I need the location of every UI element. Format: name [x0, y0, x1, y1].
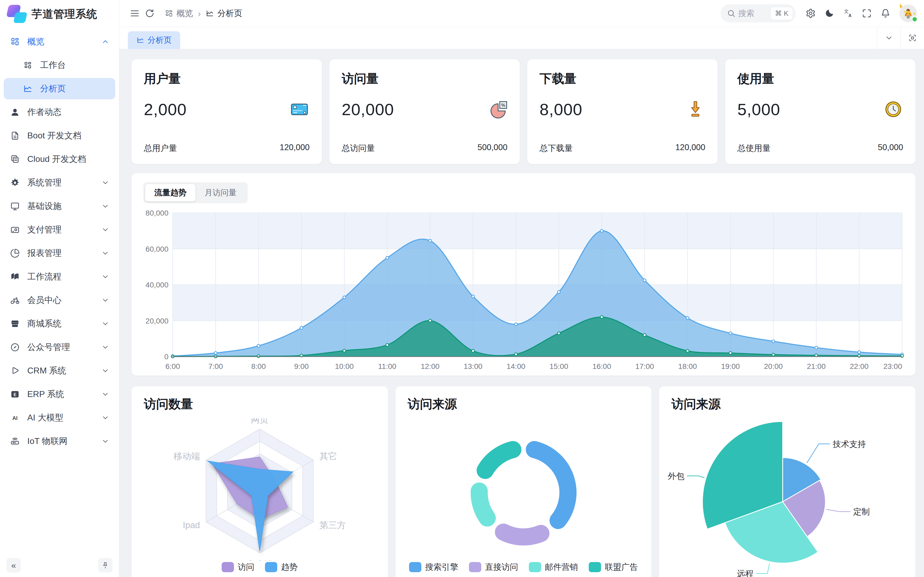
- sidebar-item-label: Boot 开发文档: [27, 130, 109, 142]
- stat-value: 5,000: [737, 100, 780, 119]
- sidebar-item-label: ERP 系统: [27, 388, 101, 400]
- sidebar-item-12[interactable]: 商城系统: [4, 313, 115, 334]
- download-orange-icon: [685, 99, 705, 119]
- sidebar-item-15[interactable]: EERP 系统: [4, 384, 115, 405]
- sidebar-item-11[interactable]: 会员中心: [4, 290, 115, 311]
- rose-label-技术支持: 技术支持: [833, 440, 866, 449]
- notifications-button[interactable]: [878, 6, 893, 21]
- app-logo[interactable]: 芋道管理系统: [0, 0, 119, 28]
- sidebar-item-14[interactable]: CRM 系统: [4, 360, 115, 382]
- donut-slice-邮件营销[interactable]: [479, 491, 487, 518]
- traffic-tab-1[interactable]: 月访问量: [195, 184, 246, 201]
- refresh-button[interactable]: [142, 6, 157, 21]
- search-box[interactable]: ⌘ K: [720, 4, 796, 23]
- sidebar-item-3[interactable]: 作者动态: [4, 102, 115, 123]
- tab-analysis-page[interactable]: 分析页: [128, 31, 180, 49]
- app-title: 芋道管理系统: [32, 7, 97, 21]
- donut-legend-item-2[interactable]: 邮件营销: [529, 561, 578, 573]
- radar-legend-item-1[interactable]: 趋势: [265, 561, 297, 573]
- donut-legend-item-1[interactable]: 直接访问: [469, 561, 518, 573]
- stat-card-2: 下载量8,000总下载量120,000: [527, 59, 717, 164]
- traffic-trend-chart[interactable]: 020,00040,00060,00080,0006:007:008:009:0…: [143, 209, 904, 380]
- donut-slice-直接访问[interactable]: [504, 532, 541, 537]
- svg-text:客户端: 客户端: [247, 559, 273, 561]
- traffic-tab-0[interactable]: 流量趋势: [145, 184, 195, 201]
- theme-toggle-button[interactable]: [822, 6, 837, 21]
- donut-slice-搜索引擎[interactable]: [534, 450, 568, 521]
- stat-value: 8,000: [540, 100, 582, 119]
- svg-text:文: 文: [844, 8, 849, 14]
- svg-text:9:00: 9:00: [294, 362, 309, 371]
- menu-toggle-button[interactable]: [127, 6, 142, 21]
- visit-source-rose-chart[interactable]: 技术支持定制远程外包: [659, 418, 916, 577]
- sidebar-item-8[interactable]: 支付管理: [4, 219, 115, 240]
- radar-legend: 访问趋势: [132, 561, 388, 573]
- sidebar-pin-button[interactable]: [98, 558, 113, 572]
- breadcrumb-separator: ›: [198, 8, 201, 19]
- sidebar-item-9[interactable]: 报表管理: [4, 243, 115, 264]
- sidebar-item-label: 基础设施: [27, 200, 101, 212]
- sidebar-item-6[interactable]: 系统管理: [4, 172, 115, 193]
- search-shortcut-badge: ⌘ K: [770, 7, 793, 20]
- fullscreen-button[interactable]: [859, 6, 874, 21]
- card-title: 访问来源: [396, 396, 652, 413]
- card-title: 访问数量: [132, 396, 388, 413]
- svg-text:0: 0: [164, 353, 168, 361]
- sidebar-collapse-button[interactable]: «: [6, 558, 21, 572]
- donut-legend-item-3[interactable]: 联盟广告: [589, 561, 638, 573]
- svg-text:10:00: 10:00: [335, 362, 354, 371]
- play-icon: [10, 366, 20, 376]
- sidebar-item-label: CRM 系统: [27, 365, 101, 377]
- monitor-icon: [10, 201, 20, 211]
- breadcrumb-item-analysis[interactable]: 分析页: [205, 8, 242, 19]
- bottom-cards-row: 访问数量 网页其它第三方客户端Ipad移动端 访问趋势 访问来源 搜索引擎直接访…: [132, 386, 916, 577]
- legend-label: 搜索引擎: [425, 561, 458, 573]
- content-fullscreen-button[interactable]: [900, 27, 924, 49]
- card-icon: [10, 224, 20, 235]
- chevron-down-icon: [101, 202, 109, 210]
- erp-icon: E: [10, 389, 20, 400]
- search-input[interactable]: [738, 9, 767, 18]
- radar-legend-item-0[interactable]: 访问: [221, 561, 254, 573]
- language-button[interactable]: 文A: [841, 6, 856, 21]
- traffic-chart-tabs: 流量趋势月访问量: [143, 182, 247, 203]
- svg-text:6:00: 6:00: [165, 362, 180, 371]
- sidebar-item-10[interactable]: 工作流程: [4, 266, 115, 287]
- sidebar-item-4[interactable]: Boot 开发文档: [4, 125, 115, 147]
- svg-text:AI: AI: [12, 415, 18, 421]
- sidebar-item-5[interactable]: Cloud 开发文档: [4, 148, 115, 170]
- legend-label: 联盟广告: [605, 561, 638, 573]
- svg-text:19:00: 19:00: [721, 362, 740, 371]
- svg-text:Ipad: Ipad: [183, 520, 200, 530]
- ai-icon: AI: [10, 413, 20, 423]
- visits-radar-chart[interactable]: 网页其它第三方客户端Ipad移动端: [132, 418, 388, 561]
- sidebar-item-7[interactable]: 基础设施: [4, 195, 115, 217]
- breadcrumb-item-overview[interactable]: 概览: [165, 8, 193, 19]
- header-actions: ⌘ K 文A: [720, 4, 917, 23]
- user-avatar[interactable]: [900, 5, 917, 22]
- online-status-dot: [912, 16, 918, 22]
- sidebar-item-2[interactable]: 分析页: [4, 78, 115, 99]
- chevron-down-icon: [101, 437, 109, 445]
- pie-pink-icon: %: [488, 99, 507, 119]
- sidebar-item-1[interactable]: 工作台: [4, 55, 115, 76]
- svg-text:23:00: 23:00: [884, 362, 902, 371]
- bike-icon: [10, 295, 20, 306]
- sidebar-item-label: Cloud 开发文档: [27, 153, 109, 165]
- sidebar-item-label: IoT 物联网: [27, 435, 101, 447]
- settings-button[interactable]: [803, 6, 818, 21]
- donut-slice-联盟广告[interactable]: [485, 450, 513, 471]
- compass-icon: [10, 342, 20, 353]
- donut-legend-item-0[interactable]: 搜索引擎: [409, 561, 458, 573]
- tab-list-dropdown-button[interactable]: [877, 27, 900, 49]
- rose-label-外包: 外包: [668, 472, 685, 481]
- iot-icon: [10, 436, 20, 446]
- chevron-down-icon: [101, 296, 109, 304]
- svg-text:8:00: 8:00: [251, 362, 266, 371]
- svg-text:其它: 其它: [320, 451, 337, 461]
- sidebar-item-17[interactable]: IoT 物联网: [4, 430, 115, 452]
- sidebar-item-0[interactable]: 概览: [4, 31, 115, 52]
- sidebar-item-16[interactable]: AIAI 大模型: [4, 407, 115, 429]
- sidebar-item-13[interactable]: 公众号管理: [4, 337, 115, 358]
- visit-source-donut-chart[interactable]: [396, 418, 652, 561]
